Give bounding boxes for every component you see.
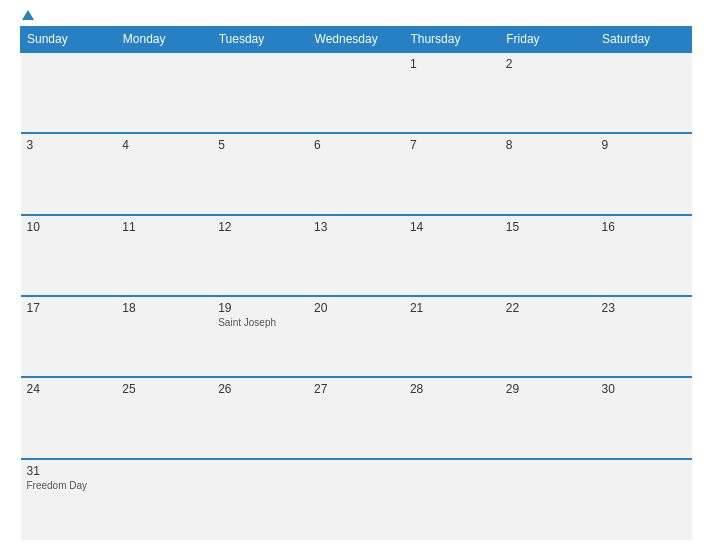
day-number: 8 [506,138,590,152]
weekday-header-wednesday: Wednesday [308,27,404,53]
calendar-cell: 5 [212,133,308,214]
week-row-6: 31Freedom Day [21,459,692,540]
weekday-header-row: SundayMondayTuesdayWednesdayThursdayFrid… [21,27,692,53]
calendar-cell: 31Freedom Day [21,459,117,540]
day-number: 9 [602,138,686,152]
week-row-5: 24252627282930 [21,377,692,458]
day-number: 20 [314,301,398,315]
week-row-2: 3456789 [21,133,692,214]
weekday-header-sunday: Sunday [21,27,117,53]
calendar-cell: 19Saint Joseph [212,296,308,377]
weekday-header-saturday: Saturday [596,27,692,53]
day-number: 26 [218,382,302,396]
calendar-cell [404,459,500,540]
calendar-cell: 16 [596,215,692,296]
calendar-cell [308,52,404,133]
day-number: 7 [410,138,494,152]
day-number: 30 [602,382,686,396]
weekday-header-tuesday: Tuesday [212,27,308,53]
calendar-cell: 21 [404,296,500,377]
day-number: 12 [218,220,302,234]
calendar-cell: 11 [116,215,212,296]
calendar-cell: 18 [116,296,212,377]
calendar-cell: 8 [500,133,596,214]
day-number: 19 [218,301,302,315]
calendar-cell: 26 [212,377,308,458]
day-number: 13 [314,220,398,234]
day-number: 17 [27,301,111,315]
calendar-cell: 3 [21,133,117,214]
day-number: 23 [602,301,686,315]
calendar-cell: 23 [596,296,692,377]
day-number: 6 [314,138,398,152]
calendar-cell: 15 [500,215,596,296]
weekday-header-thursday: Thursday [404,27,500,53]
day-number: 21 [410,301,494,315]
calendar-table: SundayMondayTuesdayWednesdayThursdayFrid… [20,26,692,540]
calendar-header [20,10,692,20]
logo [20,10,34,20]
day-number: 27 [314,382,398,396]
day-number: 2 [506,57,590,71]
calendar-cell: 4 [116,133,212,214]
calendar-cell: 13 [308,215,404,296]
calendar-cell: 1 [404,52,500,133]
calendar-cell [21,52,117,133]
calendar-cell: 14 [404,215,500,296]
day-number: 14 [410,220,494,234]
calendar-cell: 6 [308,133,404,214]
day-number: 24 [27,382,111,396]
calendar-cell: 27 [308,377,404,458]
calendar-cell [596,52,692,133]
calendar-cell: 30 [596,377,692,458]
calendar-cell: 2 [500,52,596,133]
day-number: 15 [506,220,590,234]
week-row-1: 12 [21,52,692,133]
day-number: 3 [27,138,111,152]
weekday-header-friday: Friday [500,27,596,53]
calendar-cell [308,459,404,540]
calendar-cell: 9 [596,133,692,214]
calendar-cell: 20 [308,296,404,377]
day-number: 5 [218,138,302,152]
week-row-3: 10111213141516 [21,215,692,296]
day-number: 10 [27,220,111,234]
calendar-cell: 7 [404,133,500,214]
holiday-label: Freedom Day [27,480,111,491]
calendar-cell: 25 [116,377,212,458]
calendar-cell: 22 [500,296,596,377]
weekday-header-monday: Monday [116,27,212,53]
calendar-cell: 28 [404,377,500,458]
calendar-cell: 17 [21,296,117,377]
day-number: 28 [410,382,494,396]
day-number: 16 [602,220,686,234]
calendar-cell [500,459,596,540]
day-number: 4 [122,138,206,152]
day-number: 1 [410,57,494,71]
calendar-cell [596,459,692,540]
day-number: 22 [506,301,590,315]
day-number: 31 [27,464,111,478]
calendar-cell: 10 [21,215,117,296]
calendar-cell: 12 [212,215,308,296]
calendar-cell: 29 [500,377,596,458]
calendar-cell: 24 [21,377,117,458]
day-number: 29 [506,382,590,396]
week-row-4: 171819Saint Joseph20212223 [21,296,692,377]
holiday-label: Saint Joseph [218,317,302,328]
calendar-cell [116,52,212,133]
calendar-cell [212,52,308,133]
day-number: 11 [122,220,206,234]
logo-triangle-icon [22,10,34,20]
calendar-cell [212,459,308,540]
calendar-cell [116,459,212,540]
day-number: 18 [122,301,206,315]
day-number: 25 [122,382,206,396]
